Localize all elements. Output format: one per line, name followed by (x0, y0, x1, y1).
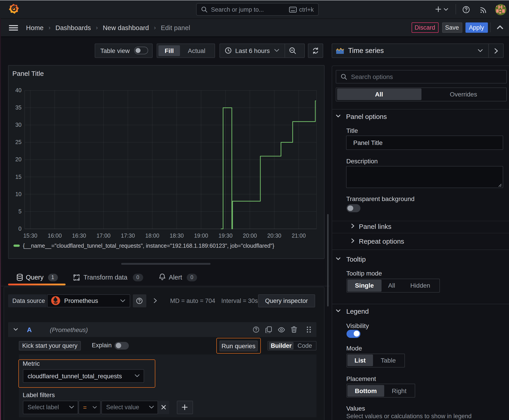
svg-text:19:30: 19:30 (219, 232, 233, 239)
svg-text:17:30: 17:30 (121, 232, 135, 239)
svg-text:15: 15 (15, 173, 22, 180)
svg-text:17:00: 17:00 (97, 232, 111, 239)
svg-text:25: 25 (15, 139, 22, 145)
svg-text:21:00: 21:00 (292, 232, 306, 239)
svg-text:10: 10 (15, 191, 22, 197)
svg-text:18:00: 18:00 (145, 232, 159, 239)
svg-text:20:30: 20:30 (267, 232, 281, 239)
svg-text:19:00: 19:00 (194, 232, 208, 239)
svg-text:20:00: 20:00 (243, 232, 257, 239)
svg-text:20: 20 (15, 156, 22, 162)
svg-text:0: 0 (18, 225, 22, 232)
svg-text:40: 40 (15, 87, 22, 93)
svg-text:5: 5 (18, 208, 22, 214)
svg-text:35: 35 (15, 104, 22, 110)
svg-text:30: 30 (15, 121, 22, 128)
svg-text:16:00: 16:00 (48, 232, 62, 239)
svg-text:16:30: 16:30 (72, 232, 86, 239)
svg-text:18:30: 18:30 (170, 232, 184, 239)
svg-text:15:30: 15:30 (23, 232, 38, 239)
